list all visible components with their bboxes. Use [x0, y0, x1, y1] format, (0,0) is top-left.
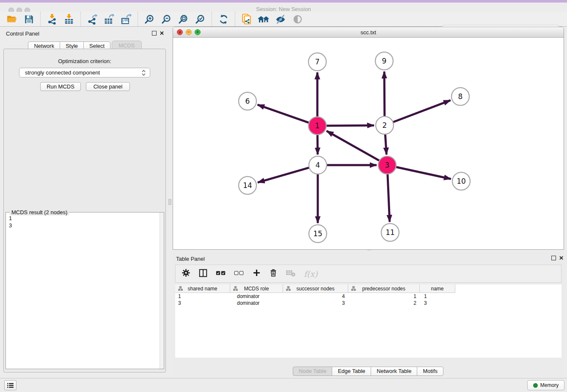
tree-icon: [351, 286, 356, 292]
hide-selected-icon[interactable]: [274, 13, 287, 25]
mcds-result-text[interactable]: 1 3: [9, 215, 12, 229]
graph-edge-3-11[interactable]: [388, 173, 390, 222]
table-cell[interactable]: 4: [283, 293, 348, 299]
float-panel-icon[interactable]: [152, 31, 157, 36]
graph-node-label-3: 3: [385, 161, 390, 169]
tab-edge-table[interactable]: Edge Table: [332, 367, 371, 376]
graph-edge-1-6[interactable]: [258, 105, 310, 123]
column-header-label: shared name: [187, 286, 217, 292]
table-cell[interactable]: 3: [175, 300, 230, 306]
table-toolbar: f(x): [175, 265, 561, 283]
result-scrollbar[interactable]: [160, 213, 164, 369]
criterion-dropdown[interactable]: strongly connected component: [19, 68, 150, 77]
zoom-out-icon[interactable]: [160, 13, 173, 25]
table-cell[interactable]: 2: [348, 300, 420, 306]
control-panel: Control Panel ✕ Network Style Select MCD…: [0, 27, 170, 377]
import-table-icon[interactable]: [62, 13, 76, 25]
table-panel-title: Table Panel: [176, 256, 205, 262]
toolbar-separator: [212, 12, 212, 26]
show-column-icon[interactable]: [198, 268, 208, 279]
main-toolbar: [0, 12, 567, 27]
window-title: Session: New Session: [0, 6, 567, 12]
task-history-button[interactable]: [4, 380, 17, 390]
memory-button[interactable]: Memory: [527, 380, 564, 390]
table-cell[interactable]: 3: [420, 300, 455, 306]
save-session-icon[interactable]: [22, 13, 36, 25]
close-table-panel-icon[interactable]: ✕: [559, 256, 564, 260]
zoom-in-icon[interactable]: [143, 13, 156, 25]
table-row[interactable]: 1dominator411: [175, 293, 561, 300]
tab-node-table[interactable]: Node Table: [293, 367, 333, 376]
graph-node-label-1: 1: [315, 121, 320, 130]
clone-network-icon[interactable]: [240, 13, 253, 25]
node-table[interactable]: shared nameMCDS rolesuccessor nodesprede…: [175, 284, 561, 358]
column-header-predecessor-nodes[interactable]: predecessor nodes: [348, 284, 420, 293]
tree-icon: [286, 286, 291, 292]
graph-edge-2-9[interactable]: [384, 72, 385, 117]
import-network-icon[interactable]: [45, 13, 59, 25]
graph-node-label-7: 7: [315, 58, 320, 66]
run-mcds-button[interactable]: Run MCDS: [40, 82, 81, 91]
graph-node-label-11: 11: [385, 228, 395, 237]
graph-edge-4-14[interactable]: [258, 167, 310, 182]
criterion-value: strongly connected component: [25, 69, 100, 76]
delete-column-icon[interactable]: [269, 268, 278, 279]
vertical-splitter-handle[interactable]: [168, 199, 171, 205]
column-header-name[interactable]: name: [420, 284, 455, 293]
graph-edge-1-4[interactable]: [317, 134, 318, 155]
network-canvas[interactable]: 7968124314101511: [173, 38, 564, 249]
add-column-icon[interactable]: [252, 268, 261, 279]
close-panel-button[interactable]: Close panel: [86, 82, 130, 91]
graph-node-label-2: 2: [383, 121, 387, 130]
mcds-result-group: MCDS result (2 nodes) 1 3: [6, 212, 164, 369]
table-cell[interactable]: dominator: [230, 300, 283, 306]
graph-node-label-8: 8: [458, 92, 463, 101]
network-window-titlebar[interactable]: × − + scc.txt: [173, 27, 564, 38]
table-cell[interactable]: 1: [175, 293, 230, 299]
tab-network-table[interactable]: Network Table: [371, 367, 417, 376]
graph-edge-3-10[interactable]: [395, 167, 451, 179]
table-panel: Table Panel ✕ f(x): [173, 252, 564, 376]
open-session-icon[interactable]: [5, 13, 19, 25]
toolbar-separator: [235, 12, 235, 26]
zoom-selected-icon[interactable]: [193, 13, 207, 25]
table-row[interactable]: 3dominator323: [175, 300, 561, 306]
export-image-icon[interactable]: [119, 13, 133, 25]
show-hidden-icon[interactable]: [291, 13, 304, 25]
column-header-label: name: [431, 286, 443, 292]
column-header-successor-nodes[interactable]: successor nodes: [283, 284, 348, 293]
control-panel-title: Control Panel: [6, 30, 39, 37]
graph-node-label-10: 10: [457, 177, 466, 185]
column-header-shared-name[interactable]: shared name: [175, 284, 230, 293]
first-neighbors-icon[interactable]: [257, 13, 270, 25]
table-cell[interactable]: 3: [283, 300, 348, 306]
column-header-MCDS-role[interactable]: MCDS role: [230, 284, 283, 293]
table-cell[interactable]: 1: [348, 293, 420, 299]
close-panel-icon[interactable]: ✕: [160, 31, 164, 36]
table-body: 1dominator4113dominator323: [175, 293, 561, 306]
delete-table-icon[interactable]: [286, 269, 296, 279]
table-cell[interactable]: dominator: [230, 293, 283, 299]
memory-label: Memory: [540, 382, 559, 388]
select-all-icon[interactable]: [216, 270, 226, 278]
deselect-all-icon[interactable]: [234, 270, 244, 278]
main-titlebar: Session: New Session: [0, 3, 567, 12]
graph-edge-3-1[interactable]: [327, 131, 380, 161]
table-cell[interactable]: 1: [420, 293, 455, 299]
graph-node-label-15: 15: [313, 229, 322, 238]
graph-edge-2-8[interactable]: [392, 100, 451, 122]
graph-node-label-9: 9: [382, 57, 387, 65]
fit-content-icon[interactable]: [176, 13, 190, 25]
column-header-label: MCDS role: [244, 286, 269, 292]
export-network-icon[interactable]: [85, 13, 99, 25]
export-table-icon[interactable]: [102, 13, 116, 25]
graph-node-label-14: 14: [243, 181, 252, 190]
tab-motifs[interactable]: Motifs: [417, 367, 443, 376]
network-window-title: scc.txt: [173, 29, 564, 36]
refresh-layout-icon[interactable]: [217, 13, 230, 25]
graph-edge-2-3[interactable]: [385, 133, 386, 155]
float-table-panel-icon[interactable]: [551, 256, 556, 260]
graph-edge-1-2[interactable]: [325, 125, 374, 126]
table-settings-icon[interactable]: [182, 268, 190, 279]
function-builder-icon[interactable]: f(x): [304, 269, 318, 279]
